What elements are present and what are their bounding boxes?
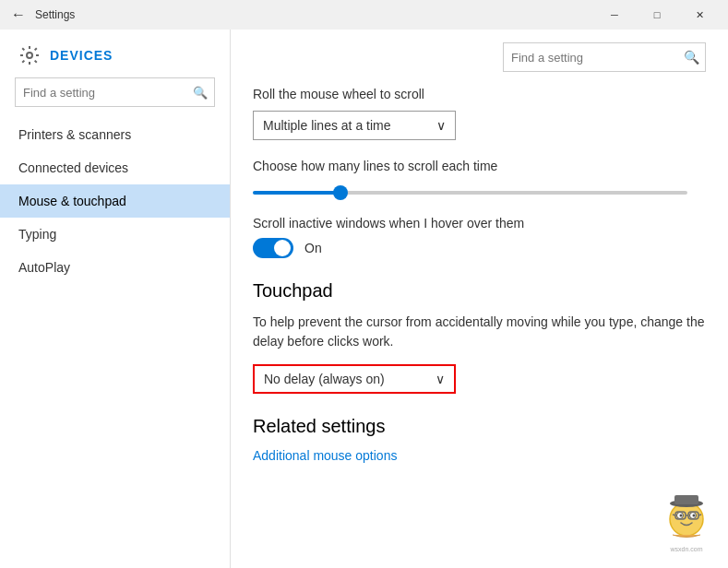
scroll-dropdown-value: Multiple lines at a time (263, 118, 391, 133)
header-search-input[interactable] (504, 51, 677, 65)
svg-rect-12 (674, 495, 698, 504)
svg-text:wsxdn.com: wsxdn.com (669, 546, 702, 552)
related-settings-section: Related settings Additional mouse option… (253, 416, 706, 463)
header-search-icon: 🔍 (677, 50, 705, 65)
toggle-knob (274, 240, 291, 256)
scroll-dropdown-arrow: ∨ (436, 118, 446, 133)
sidebar-app-title: DEVICES (50, 48, 113, 63)
slider-wrap (253, 183, 706, 197)
gear-icon (18, 44, 41, 66)
sidebar-nav: Printers & scanners Connected devices Mo… (0, 118, 230, 568)
sidebar-search-area: 🔍 (0, 77, 230, 118)
sidebar: DEVICES 🔍 Printers & scanners Connected … (0, 30, 231, 568)
svg-point-5 (693, 515, 696, 517)
window-controls: ─ □ ✕ (593, 0, 721, 30)
sidebar-header: DEVICES (0, 30, 230, 77)
content-header: 🔍 (231, 30, 728, 79)
touchpad-heading: Touchpad (253, 280, 706, 302)
content-panel: 🔍 Roll the mouse wheel to scroll Multipl… (231, 30, 728, 568)
inactive-toggle[interactable] (253, 238, 293, 258)
inactive-toggle-section: Scroll inactive windows when I hover ove… (253, 216, 706, 258)
window-title: Settings (30, 8, 593, 21)
svg-point-0 (27, 53, 32, 58)
touchpad-section: Touchpad To help prevent the cursor from… (253, 280, 706, 394)
slider-label: Choose how many lines to scroll each tim… (253, 159, 706, 173)
maximize-icon: □ (654, 9, 661, 20)
close-icon: ✕ (696, 9, 704, 21)
back-button[interactable]: ← (7, 4, 30, 26)
sidebar-item-typing[interactable]: Typing (0, 218, 230, 251)
sidebar-item-mouse[interactable]: Mouse & touchpad (0, 184, 230, 218)
title-bar: ← Settings ─ □ ✕ (0, 0, 728, 30)
header-search-box: 🔍 (503, 42, 706, 72)
settings-window: ← Settings ─ □ ✕ (0, 0, 728, 568)
sidebar-item-autoplay[interactable]: AutoPlay (0, 251, 230, 284)
svg-line-9 (673, 515, 675, 515)
close-button[interactable]: ✕ (678, 0, 721, 30)
sidebar-search-input[interactable] (15, 77, 215, 107)
lines-slider[interactable] (253, 191, 687, 195)
svg-point-4 (680, 515, 683, 517)
minimize-icon: ─ (611, 9, 618, 20)
touchpad-dropdown[interactable]: No delay (always on) ∨ (253, 364, 456, 394)
back-icon: ← (11, 6, 26, 23)
sidebar-search-wrap: 🔍 (15, 77, 215, 107)
related-heading: Related settings (253, 416, 706, 437)
scroll-section-label: Roll the mouse wheel to scroll (253, 87, 706, 101)
app-body: DEVICES 🔍 Printers & scanners Connected … (0, 30, 728, 568)
touchpad-dropdown-value: No delay (always on) (264, 372, 385, 386)
sidebar-search-icon: 🔍 (193, 86, 208, 100)
watermark-mascot: wsxdn.com (654, 491, 719, 556)
sidebar-item-connected[interactable]: Connected devices (0, 151, 230, 184)
svg-line-10 (698, 515, 701, 515)
slider-section: Choose how many lines to scroll each tim… (253, 159, 706, 197)
watermark: wsxdn.com (654, 491, 719, 559)
sidebar-item-printers[interactable]: Printers & scanners (0, 118, 230, 151)
scroll-dropdown[interactable]: Multiple lines at a time ∨ (253, 111, 456, 140)
toggle-row: On (253, 238, 706, 258)
maximize-button[interactable]: □ (636, 0, 678, 30)
touchpad-desc: To help prevent the cursor from accident… (253, 313, 706, 351)
additional-mouse-options-link[interactable]: Additional mouse options (253, 448, 397, 463)
inactive-label: Scroll inactive windows when I hover ove… (253, 216, 706, 231)
touchpad-dropdown-arrow: ∨ (436, 372, 445, 386)
content-scroll[interactable]: Roll the mouse wheel to scroll Multiple … (231, 79, 728, 568)
minimize-button[interactable]: ─ (593, 0, 636, 30)
toggle-state-label: On (304, 241, 322, 255)
